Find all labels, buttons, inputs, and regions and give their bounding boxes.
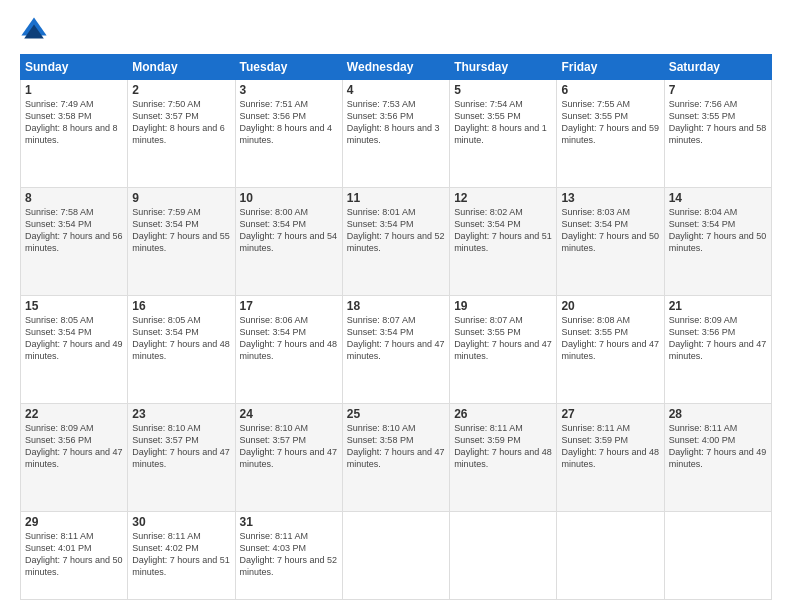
cell-content: Sunrise: 8:05 AM Sunset: 3:54 PM Dayligh… (132, 314, 230, 363)
calendar-cell: 16 Sunrise: 8:05 AM Sunset: 3:54 PM Dayl… (128, 295, 235, 403)
calendar-cell: 21 Sunrise: 8:09 AM Sunset: 3:56 PM Dayl… (664, 295, 771, 403)
calendar-cell: 8 Sunrise: 7:58 AM Sunset: 3:54 PM Dayli… (21, 187, 128, 295)
cell-content: Sunrise: 8:10 AM Sunset: 3:58 PM Dayligh… (347, 422, 445, 471)
cell-content: Sunrise: 8:07 AM Sunset: 3:55 PM Dayligh… (454, 314, 552, 363)
day-number: 12 (454, 191, 552, 205)
calendar-table: SundayMondayTuesdayWednesdayThursdayFrid… (20, 54, 772, 600)
day-number: 2 (132, 83, 230, 97)
header-day-wednesday: Wednesday (342, 55, 449, 80)
day-number: 17 (240, 299, 338, 313)
day-number: 9 (132, 191, 230, 205)
day-number: 10 (240, 191, 338, 205)
calendar-cell: 13 Sunrise: 8:03 AM Sunset: 3:54 PM Dayl… (557, 187, 664, 295)
calendar-cell: 14 Sunrise: 8:04 AM Sunset: 3:54 PM Dayl… (664, 187, 771, 295)
cell-content: Sunrise: 8:07 AM Sunset: 3:54 PM Dayligh… (347, 314, 445, 363)
day-number: 27 (561, 407, 659, 421)
calendar-cell: 19 Sunrise: 8:07 AM Sunset: 3:55 PM Dayl… (450, 295, 557, 403)
calendar-cell: 1 Sunrise: 7:49 AM Sunset: 3:58 PM Dayli… (21, 80, 128, 188)
cell-content: Sunrise: 8:11 AM Sunset: 3:59 PM Dayligh… (454, 422, 552, 471)
cell-content: Sunrise: 8:04 AM Sunset: 3:54 PM Dayligh… (669, 206, 767, 255)
cell-content: Sunrise: 8:08 AM Sunset: 3:55 PM Dayligh… (561, 314, 659, 363)
cell-content: Sunrise: 7:53 AM Sunset: 3:56 PM Dayligh… (347, 98, 445, 147)
header-day-thursday: Thursday (450, 55, 557, 80)
day-number: 4 (347, 83, 445, 97)
day-number: 22 (25, 407, 123, 421)
day-number: 15 (25, 299, 123, 313)
cell-content: Sunrise: 8:11 AM Sunset: 4:00 PM Dayligh… (669, 422, 767, 471)
calendar-cell: 30 Sunrise: 8:11 AM Sunset: 4:02 PM Dayl… (128, 511, 235, 599)
day-number: 31 (240, 515, 338, 529)
page: SundayMondayTuesdayWednesdayThursdayFrid… (0, 0, 792, 612)
cell-content: Sunrise: 7:58 AM Sunset: 3:54 PM Dayligh… (25, 206, 123, 255)
calendar-cell: 4 Sunrise: 7:53 AM Sunset: 3:56 PM Dayli… (342, 80, 449, 188)
calendar-cell: 2 Sunrise: 7:50 AM Sunset: 3:57 PM Dayli… (128, 80, 235, 188)
calendar-cell (342, 511, 449, 599)
cell-content: Sunrise: 8:06 AM Sunset: 3:54 PM Dayligh… (240, 314, 338, 363)
header-day-monday: Monday (128, 55, 235, 80)
cell-content: Sunrise: 8:11 AM Sunset: 4:03 PM Dayligh… (240, 530, 338, 579)
day-number: 28 (669, 407, 767, 421)
cell-content: Sunrise: 8:10 AM Sunset: 3:57 PM Dayligh… (132, 422, 230, 471)
header (20, 16, 772, 44)
calendar-week-3: 15 Sunrise: 8:05 AM Sunset: 3:54 PM Dayl… (21, 295, 772, 403)
calendar-cell (450, 511, 557, 599)
calendar-cell: 10 Sunrise: 8:00 AM Sunset: 3:54 PM Dayl… (235, 187, 342, 295)
day-number: 20 (561, 299, 659, 313)
cell-content: Sunrise: 7:54 AM Sunset: 3:55 PM Dayligh… (454, 98, 552, 147)
calendar-week-1: 1 Sunrise: 7:49 AM Sunset: 3:58 PM Dayli… (21, 80, 772, 188)
cell-content: Sunrise: 7:59 AM Sunset: 3:54 PM Dayligh… (132, 206, 230, 255)
calendar-week-5: 29 Sunrise: 8:11 AM Sunset: 4:01 PM Dayl… (21, 511, 772, 599)
day-number: 3 (240, 83, 338, 97)
day-number: 14 (669, 191, 767, 205)
cell-content: Sunrise: 8:02 AM Sunset: 3:54 PM Dayligh… (454, 206, 552, 255)
day-number: 1 (25, 83, 123, 97)
calendar-cell: 6 Sunrise: 7:55 AM Sunset: 3:55 PM Dayli… (557, 80, 664, 188)
cell-content: Sunrise: 7:50 AM Sunset: 3:57 PM Dayligh… (132, 98, 230, 147)
calendar-cell: 17 Sunrise: 8:06 AM Sunset: 3:54 PM Dayl… (235, 295, 342, 403)
day-number: 11 (347, 191, 445, 205)
day-number: 6 (561, 83, 659, 97)
cell-content: Sunrise: 8:09 AM Sunset: 3:56 PM Dayligh… (25, 422, 123, 471)
calendar-cell: 3 Sunrise: 7:51 AM Sunset: 3:56 PM Dayli… (235, 80, 342, 188)
day-number: 7 (669, 83, 767, 97)
calendar-cell: 27 Sunrise: 8:11 AM Sunset: 3:59 PM Dayl… (557, 403, 664, 511)
logo-icon (20, 16, 48, 44)
cell-content: Sunrise: 7:49 AM Sunset: 3:58 PM Dayligh… (25, 98, 123, 147)
day-number: 29 (25, 515, 123, 529)
calendar-cell: 24 Sunrise: 8:10 AM Sunset: 3:57 PM Dayl… (235, 403, 342, 511)
cell-content: Sunrise: 8:11 AM Sunset: 4:01 PM Dayligh… (25, 530, 123, 579)
header-day-tuesday: Tuesday (235, 55, 342, 80)
day-number: 8 (25, 191, 123, 205)
calendar-cell: 28 Sunrise: 8:11 AM Sunset: 4:00 PM Dayl… (664, 403, 771, 511)
cell-content: Sunrise: 7:51 AM Sunset: 3:56 PM Dayligh… (240, 98, 338, 147)
cell-content: Sunrise: 8:05 AM Sunset: 3:54 PM Dayligh… (25, 314, 123, 363)
cell-content: Sunrise: 8:11 AM Sunset: 4:02 PM Dayligh… (132, 530, 230, 579)
header-day-saturday: Saturday (664, 55, 771, 80)
calendar-cell: 22 Sunrise: 8:09 AM Sunset: 3:56 PM Dayl… (21, 403, 128, 511)
day-number: 24 (240, 407, 338, 421)
calendar-cell: 25 Sunrise: 8:10 AM Sunset: 3:58 PM Dayl… (342, 403, 449, 511)
calendar-cell: 15 Sunrise: 8:05 AM Sunset: 3:54 PM Dayl… (21, 295, 128, 403)
day-number: 5 (454, 83, 552, 97)
day-number: 21 (669, 299, 767, 313)
calendar-cell: 29 Sunrise: 8:11 AM Sunset: 4:01 PM Dayl… (21, 511, 128, 599)
calendar-cell: 26 Sunrise: 8:11 AM Sunset: 3:59 PM Dayl… (450, 403, 557, 511)
calendar-cell: 20 Sunrise: 8:08 AM Sunset: 3:55 PM Dayl… (557, 295, 664, 403)
day-number: 23 (132, 407, 230, 421)
calendar-cell: 23 Sunrise: 8:10 AM Sunset: 3:57 PM Dayl… (128, 403, 235, 511)
calendar-cell: 31 Sunrise: 8:11 AM Sunset: 4:03 PM Dayl… (235, 511, 342, 599)
calendar-header-row: SundayMondayTuesdayWednesdayThursdayFrid… (21, 55, 772, 80)
calendar-week-2: 8 Sunrise: 7:58 AM Sunset: 3:54 PM Dayli… (21, 187, 772, 295)
day-number: 18 (347, 299, 445, 313)
cell-content: Sunrise: 8:10 AM Sunset: 3:57 PM Dayligh… (240, 422, 338, 471)
calendar-cell: 7 Sunrise: 7:56 AM Sunset: 3:55 PM Dayli… (664, 80, 771, 188)
cell-content: Sunrise: 7:55 AM Sunset: 3:55 PM Dayligh… (561, 98, 659, 147)
day-number: 16 (132, 299, 230, 313)
calendar-cell: 5 Sunrise: 7:54 AM Sunset: 3:55 PM Dayli… (450, 80, 557, 188)
calendar-cell: 18 Sunrise: 8:07 AM Sunset: 3:54 PM Dayl… (342, 295, 449, 403)
cell-content: Sunrise: 8:11 AM Sunset: 3:59 PM Dayligh… (561, 422, 659, 471)
header-day-friday: Friday (557, 55, 664, 80)
cell-content: Sunrise: 8:09 AM Sunset: 3:56 PM Dayligh… (669, 314, 767, 363)
calendar-cell (664, 511, 771, 599)
day-number: 26 (454, 407, 552, 421)
